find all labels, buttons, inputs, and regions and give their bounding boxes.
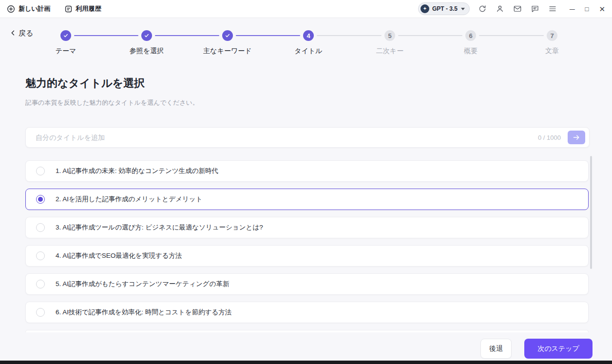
option-label: 5. AI記事作成がもたらすコンテンツマーケティングの革新 — [56, 280, 229, 288]
radio-icon[interactable] — [36, 167, 45, 175]
radio-checked-icon[interactable] — [36, 195, 45, 204]
option-label: 3. AI記事作成ツールの選び方: ビジネスに最適なソリューションとは? — [56, 223, 263, 232]
menu-button[interactable] — [548, 4, 557, 14]
step-connector — [155, 35, 219, 36]
step-connector — [236, 35, 300, 36]
step-2-reference[interactable] — [141, 30, 152, 41]
history-icon — [64, 5, 73, 13]
step-label-theme: テーマ — [25, 47, 106, 56]
hamburger-icon — [548, 4, 557, 13]
step-label-article: 文章 — [512, 47, 593, 56]
bottom-edge-bar — [0, 361, 612, 364]
previous-step-button[interactable]: 後退 — [480, 339, 512, 359]
radio-icon[interactable] — [36, 280, 45, 288]
check-icon — [63, 33, 69, 38]
minimize-button[interactable]: ─ — [570, 5, 575, 13]
step-connector — [74, 35, 138, 36]
option-label: 2. AIを活用した記事作成のメリットとデメリット — [56, 195, 202, 204]
new-plan-button[interactable]: 新しい計画 — [7, 4, 51, 13]
step-connector — [398, 35, 462, 36]
arrow-right-icon — [573, 134, 580, 141]
step-number: 4 — [306, 32, 310, 39]
chat-bubble-icon — [531, 4, 539, 13]
refresh-icon — [478, 4, 487, 13]
check-icon — [144, 33, 150, 38]
step-4-title[interactable]: 4 — [303, 30, 314, 41]
check-icon — [225, 33, 230, 38]
page-subtitle: 記事の本質を反映した魅力的なタイトルを選んでください。 — [25, 98, 199, 107]
top-bar: 新しい計画 利用履歴 ✦ GPT - 3.5 — [0, 0, 612, 18]
maximize-button[interactable]: □ — [585, 6, 589, 12]
window-controls: ─ □ ✕ — [570, 5, 605, 13]
radio-icon[interactable] — [36, 308, 45, 317]
step-label-reference: 参照を選択 — [106, 47, 187, 56]
radio-icon[interactable] — [36, 223, 45, 232]
usage-history-button[interactable]: 利用履歴 — [64, 4, 101, 13]
title-option-6[interactable]: 6. AI技術で記事作成を効率化: 時間とコストを節約する方法 — [25, 302, 589, 323]
step-connector — [479, 35, 544, 36]
back-link[interactable]: 戻る — [10, 29, 33, 38]
back-link-label: 戻る — [19, 29, 33, 38]
step-number: 7 — [550, 32, 554, 39]
step-1-theme[interactable] — [60, 30, 71, 41]
plus-circle-icon — [7, 5, 15, 13]
title-option-4[interactable]: 4. AI記事作成でSEO最適化を実現する方法 — [25, 245, 589, 267]
title-option-5[interactable]: 5. AI記事作成がもたらすコンテンツマーケティングの革新 — [25, 273, 589, 295]
step-7-article[interactable]: 7 — [547, 30, 557, 41]
char-counter: 0 / 1000 — [538, 134, 561, 141]
chevron-down-icon — [461, 8, 465, 10]
refresh-button[interactable] — [478, 4, 487, 14]
custom-title-card: 0 / 1000 — [25, 127, 590, 148]
page-title: 魅力的なタイトルを選択 — [25, 76, 145, 91]
step-label-outline: 概要 — [430, 47, 511, 56]
option-label: 4. AI記事作成でSEO最適化を実現する方法 — [56, 251, 182, 260]
step-number: 5 — [388, 32, 391, 39]
account-button[interactable] — [496, 4, 505, 14]
option-label: 6. AI技術で記事作成を効率化: 時間とコストを節約する方法 — [56, 308, 231, 317]
step-label-keywords: 主なキーワード — [187, 47, 268, 56]
step-label-title: タイトル — [268, 47, 349, 56]
chevron-left-icon — [10, 29, 16, 38]
usage-history-label: 利用履歴 — [76, 4, 101, 13]
step-label-secondary-key: 二次キー — [349, 47, 430, 56]
new-plan-label: 新しい計画 — [19, 4, 51, 13]
user-icon — [496, 4, 504, 13]
feedback-button[interactable] — [531, 4, 540, 14]
custom-title-input[interactable] — [35, 133, 538, 142]
app-window: 新しい計画 利用履歴 ✦ GPT - 3.5 — [0, 0, 612, 364]
add-title-button[interactable] — [568, 131, 585, 144]
model-label: GPT - 3.5 — [432, 5, 458, 12]
close-button[interactable]: ✕ — [599, 5, 605, 13]
sparkle-icon: ✦ — [421, 4, 429, 13]
step-connector — [317, 35, 382, 36]
next-step-button[interactable]: 次のステップ — [524, 339, 593, 359]
option-label: 1. AI記事作成の未来: 効率的なコンテンツ生成の新時代 — [56, 167, 218, 175]
step-3-keywords[interactable] — [222, 30, 233, 41]
scrollbar-thumb[interactable] — [590, 156, 592, 269]
title-option-3[interactable]: 3. AI記事作成ツールの選び方: ビジネスに最適なソリューションとは? — [25, 217, 589, 238]
radio-icon[interactable] — [36, 251, 45, 260]
mail-icon — [513, 4, 522, 13]
model-selector[interactable]: ✦ GPT - 3.5 — [418, 2, 470, 15]
mail-button[interactable] — [513, 4, 522, 14]
title-option-partial — [25, 330, 589, 332]
title-option-2[interactable]: 2. AIを活用した記事作成のメリットとデメリット — [25, 189, 589, 210]
step-6-outline[interactable]: 6 — [465, 30, 476, 41]
title-option-1[interactable]: 1. AI記事作成の未来: 効率的なコンテンツ生成の新時代 — [25, 160, 589, 182]
step-number: 6 — [469, 32, 472, 39]
step-5-secondary-key[interactable]: 5 — [384, 30, 395, 41]
